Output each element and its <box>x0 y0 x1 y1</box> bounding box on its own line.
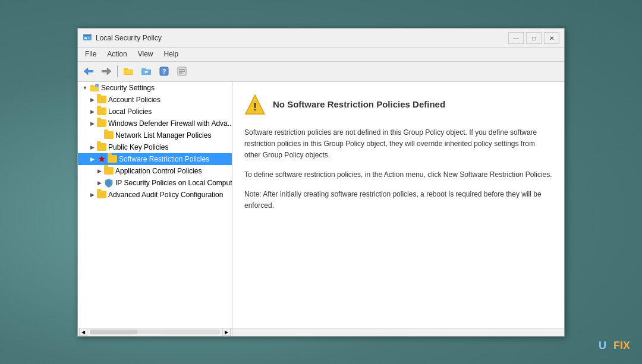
public-key-icon <box>97 143 106 152</box>
warning-icon: ! <box>244 94 266 115</box>
tree-item-windows-defender[interactable]: ▶ Windows Defender Firewall with Adva... <box>78 118 232 129</box>
info-title: No Software Restriction Policies Defined <box>273 99 445 109</box>
menu-help[interactable]: Help <box>159 49 184 59</box>
bottom-scrollbar: ◀ ▶ <box>78 328 564 336</box>
expand-arrow-audit[interactable]: ▶ <box>87 190 97 200</box>
menu-action[interactable]: Action <box>102 49 131 59</box>
expand-arrow-appcontrol[interactable]: ▶ <box>95 166 104 176</box>
windows-defender-icon <box>97 119 106 128</box>
watermark-u: U <box>599 340 606 352</box>
network-list-icon <box>104 131 114 140</box>
close-button[interactable]: ✕ <box>544 32 559 44</box>
share-button[interactable]: ⇄ <box>138 64 155 79</box>
svg-rect-8 <box>102 70 108 72</box>
svg-rect-3 <box>88 37 89 38</box>
svg-rect-2 <box>84 37 87 39</box>
info-header: ! No Software Restriction Policies Defin… <box>244 94 552 115</box>
minimize-button[interactable]: — <box>508 32 524 44</box>
export-button[interactable] <box>174 64 190 79</box>
svg-rect-4 <box>88 39 90 39</box>
title-controls: — □ ✕ <box>508 32 559 44</box>
ip-security-label: IP Security Policies on Local Computer <box>115 179 232 187</box>
software-restriction-star: ★ <box>97 154 106 164</box>
expand-arrow-account[interactable]: ▶ <box>87 95 97 105</box>
tree-item-advanced-audit[interactable]: ▶ Advanced Audit Policy Configuration <box>78 189 232 201</box>
window-title: Local Security Policy <box>96 34 162 42</box>
expand-arrow-pubkey[interactable]: ▶ <box>87 143 97 152</box>
tree-item-public-key[interactable]: ▶ Public Key Policies <box>78 141 232 153</box>
info-body: Software restriction policies are not de… <box>244 127 552 212</box>
expand-arrow-local[interactable]: ▶ <box>87 107 97 116</box>
ip-security-icon <box>104 178 114 188</box>
svg-marker-5 <box>84 68 88 75</box>
svg-rect-22 <box>90 85 94 87</box>
toolbar: ⇄ ? <box>78 62 564 82</box>
security-settings-label: Security Settings <box>101 84 155 92</box>
svg-rect-10 <box>124 68 128 70</box>
scroll-right-arrow[interactable]: ▶ <box>222 328 231 336</box>
local-policies-label: Local Policies <box>108 107 152 116</box>
right-panel: ! No Software Restriction Policies Defin… <box>232 82 564 328</box>
left-scrollbar: ◀ ▶ <box>78 328 232 336</box>
tree-item-account-policies[interactable]: ▶ Account Policies <box>78 94 232 106</box>
svg-rect-11 <box>124 70 133 74</box>
software-restriction-label: Software Restriction Policies <box>119 155 209 163</box>
svg-text:⇄: ⇄ <box>144 70 148 74</box>
expand-arrow-root[interactable]: ▼ <box>80 83 90 93</box>
back-button[interactable] <box>80 64 97 79</box>
windows-defender-label: Windows Defender Firewall with Adva... <box>108 119 232 128</box>
title-bar-left: Local Security Policy <box>83 33 162 44</box>
expand-arrow-srp[interactable]: ▶ <box>87 154 97 164</box>
svg-rect-1 <box>83 34 92 36</box>
svg-marker-7 <box>107 68 111 75</box>
advanced-audit-icon <box>97 190 106 200</box>
local-policies-icon <box>97 107 106 116</box>
help-button[interactable]: ? <box>156 64 172 79</box>
app-control-label: Application Control Policies <box>115 167 202 175</box>
folder-button[interactable] <box>120 64 137 79</box>
account-policies-icon <box>97 95 106 105</box>
public-key-label: Public Key Policies <box>108 143 168 151</box>
main-window: Local Security Policy — □ ✕ File Action … <box>77 28 565 337</box>
tree-item-app-control[interactable]: ▶ Application Control Policies <box>78 165 232 177</box>
scroll-left-arrow[interactable]: ◀ <box>79 328 87 336</box>
tree-item-software-restriction[interactable]: ▶ ★ Software Restriction Policies <box>78 153 232 165</box>
menu-view[interactable]: View <box>133 49 158 59</box>
left-panel: ▼ i Security Settings ▶ <box>78 82 232 328</box>
expand-arrow-defender[interactable]: ▶ <box>87 119 97 128</box>
info-paragraph-2: To define software restriction policies,… <box>244 169 552 181</box>
menu-file[interactable]: File <box>80 49 101 59</box>
forward-button[interactable] <box>98 64 115 79</box>
advanced-audit-label: Advanced Audit Policy Configuration <box>108 191 223 199</box>
app-control-icon <box>104 166 114 176</box>
network-list-label: Network List Manager Policies <box>115 131 211 140</box>
watermark-fix: FIX <box>613 340 630 352</box>
account-policies-label: Account Policies <box>108 96 160 104</box>
svg-rect-6 <box>87 70 93 72</box>
expand-arrow-ipsec[interactable]: ▶ <box>95 178 104 188</box>
expand-arrow-network[interactable]: ▶ <box>95 131 104 140</box>
watermark: U FIX <box>599 340 630 352</box>
tree-item-ip-security[interactable]: ▶ IP Security Policies on Local Computer <box>78 177 232 189</box>
tree-item-network-list[interactable]: ▶ Network List Manager Policies <box>78 129 232 141</box>
svg-text:?: ? <box>162 68 166 75</box>
tree-item-local-policies[interactable]: ▶ Local Policies <box>78 106 232 118</box>
maximize-button[interactable]: □ <box>526 32 542 44</box>
security-settings-icon: i <box>90 83 99 93</box>
info-paragraph-1: Software restriction policies are not de… <box>244 127 552 162</box>
tree-item-security-settings[interactable]: ▼ i Security Settings <box>78 82 232 94</box>
menu-bar: File Action View Help <box>78 48 564 62</box>
window-icon <box>83 33 92 44</box>
svg-text:!: ! <box>253 101 257 113</box>
info-paragraph-3: Note: After initially creating software … <box>244 189 552 211</box>
title-bar: Local Security Policy — □ ✕ <box>78 29 564 48</box>
software-restriction-icon <box>108 154 117 164</box>
content-area: ▼ i Security Settings ▶ <box>78 82 564 328</box>
toolbar-separator-1 <box>117 65 118 77</box>
